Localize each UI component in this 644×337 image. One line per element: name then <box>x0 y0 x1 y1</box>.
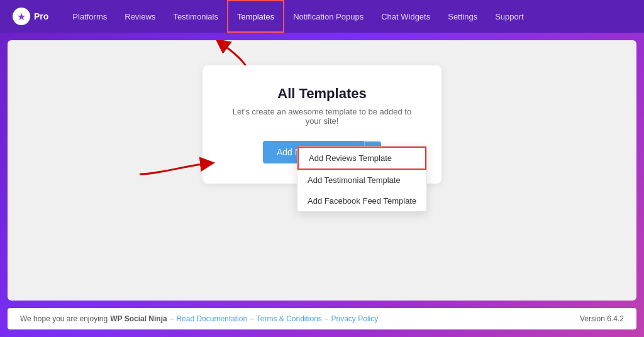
page-subtitle: Let's create an awesome template to be a… <box>228 107 416 126</box>
footer-sep3: – <box>325 314 329 323</box>
brand-icon: ★ <box>13 8 30 25</box>
dropdown-item-facebook[interactable]: Add Facebook Feed Template <box>297 191 426 211</box>
dropdown-item-reviews[interactable]: Add Reviews Template <box>297 146 426 170</box>
brand[interactable]: ★ Pro <box>13 8 48 25</box>
footer-text-prefix: We hope you are enjoying <box>20 314 108 323</box>
footer-link-terms[interactable]: Terms & Conditions <box>257 314 322 323</box>
nav-item-notification-popups[interactable]: Notification Popups <box>284 0 372 33</box>
page-title: All Templates <box>228 86 416 102</box>
footer-brand-name: WP Social Ninja <box>110 314 167 323</box>
footer: We hope you are enjoying WP Social Ninja… <box>8 308 636 329</box>
arrow-to-reviews-template <box>133 152 215 184</box>
dropdown-menu: Add Reviews Template Add Testimonial Tem… <box>297 146 427 212</box>
main-area: All Templates Let's create an awesome te… <box>8 40 636 301</box>
footer-left: We hope you are enjoying WP Social Ninja… <box>20 314 378 323</box>
nav-item-settings[interactable]: Settings <box>439 0 486 33</box>
dropdown-item-testimonial[interactable]: Add Testimonial Template <box>297 170 426 191</box>
brand-label: Pro <box>34 11 48 21</box>
version-label: Version 6.4.2 <box>580 314 624 323</box>
nav-item-chat-widgets[interactable]: Chat Widgets <box>372 0 439 33</box>
nav-items: Platforms Reviews Testimonials Templates… <box>64 0 532 33</box>
nav-item-reviews[interactable]: Reviews <box>116 0 164 33</box>
footer-link-docs[interactable]: Read Documentation <box>176 314 247 323</box>
footer-sep2: – <box>250 314 254 323</box>
nav-item-testimonials[interactable]: Testimonials <box>164 0 227 33</box>
footer-link-privacy[interactable]: Privacy Policy <box>331 314 379 323</box>
content-card: All Templates Let's create an awesome te… <box>203 65 441 184</box>
footer-sep1: – <box>170 314 174 323</box>
nav-item-templates[interactable]: Templates <box>227 0 284 33</box>
nav-item-platforms[interactable]: Platforms <box>64 0 116 33</box>
nav-item-support[interactable]: Support <box>486 0 533 33</box>
navbar: ★ Pro Platforms Reviews Testimonials Tem… <box>0 0 644 33</box>
